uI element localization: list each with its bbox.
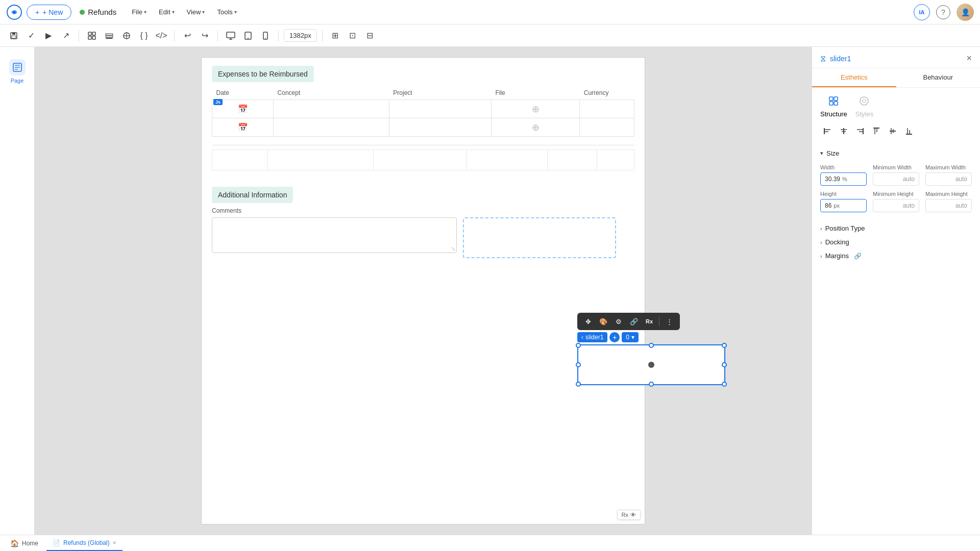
- view-menu[interactable]: View ▾: [182, 5, 210, 19]
- app-logo[interactable]: [6, 4, 22, 20]
- align-center-button[interactable]: [837, 124, 851, 138]
- row2-file[interactable]: ⊕: [491, 118, 579, 137]
- tab-esthetics[interactable]: Esthetics: [812, 68, 896, 87]
- slider-box[interactable]: [577, 344, 725, 385]
- user-avatar[interactable]: 👤: [957, 4, 974, 21]
- margins-section-header[interactable]: › Margins 🔗: [812, 249, 980, 263]
- row1-date[interactable]: Js 📅: [212, 100, 274, 118]
- resize-handle-bl[interactable]: [576, 382, 581, 387]
- calendar-icon-2[interactable]: 📅: [214, 122, 271, 132]
- align-middle-button[interactable]: [886, 124, 900, 138]
- comments-textarea[interactable]: ⤡: [212, 217, 457, 253]
- tools-arrow-icon: ▾: [234, 9, 237, 15]
- rx-tool-button[interactable]: Rx: [643, 315, 656, 328]
- size-section-header[interactable]: ▾ Size: [812, 146, 980, 160]
- fullscreen-button[interactable]: ⊡: [345, 28, 360, 43]
- rx-badge[interactable]: Rx 👁: [617, 510, 641, 520]
- file-upload-icon[interactable]: ⊕: [494, 104, 577, 115]
- slider-add-button[interactable]: +: [609, 332, 620, 342]
- settings-tool-button[interactable]: ⚙: [612, 315, 625, 328]
- mobile-button[interactable]: [258, 28, 273, 43]
- ia-button[interactable]: IA: [914, 4, 930, 20]
- slider-arrow-left[interactable]: ‹: [581, 334, 583, 341]
- resize-handle-bm[interactable]: [649, 382, 654, 387]
- empty-cell-5[interactable]: [547, 150, 597, 170]
- tab-home[interactable]: 🏠 Home: [4, 535, 44, 551]
- html-button[interactable]: </>: [154, 28, 169, 43]
- file-upload-icon-2[interactable]: ⊕: [494, 122, 577, 133]
- position-type-section-header[interactable]: › Position Type: [812, 221, 980, 235]
- width-input[interactable]: 30.39 %: [820, 172, 867, 186]
- edit-menu[interactable]: Edit ▾: [154, 5, 179, 19]
- max-width-input[interactable]: auto: [925, 172, 972, 186]
- tab-refunds-global[interactable]: 📄 Refunds (Global) ×: [46, 535, 122, 551]
- calendar-icon[interactable]: 📅: [214, 104, 271, 114]
- subtab-structure[interactable]: Structure: [820, 94, 847, 118]
- empty-cell-1[interactable]: [212, 150, 268, 170]
- row2-currency[interactable]: [580, 118, 634, 137]
- max-height-label: Maximum Height: [925, 191, 972, 197]
- tools-menu[interactable]: Tools ▾: [212, 5, 241, 19]
- height-input[interactable]: 86 px: [820, 199, 867, 212]
- code-button[interactable]: { }: [136, 28, 152, 43]
- variables-button[interactable]: [119, 28, 134, 43]
- more-options-button[interactable]: ⋮: [663, 315, 676, 328]
- desktop-button[interactable]: [223, 28, 238, 43]
- max-height-input[interactable]: auto: [925, 199, 972, 212]
- panel-tabs: Esthetics Behaviour: [812, 68, 980, 88]
- new-button[interactable]: + + New: [27, 5, 71, 20]
- row2-date[interactable]: 📅: [212, 118, 274, 137]
- align-right-button[interactable]: [853, 124, 867, 138]
- fit-button[interactable]: ⊞: [328, 28, 343, 43]
- slider-value-dropdown[interactable]: 0 ▾: [622, 332, 639, 342]
- save-button[interactable]: [6, 28, 21, 43]
- docking-section-header[interactable]: › Docking: [812, 235, 980, 249]
- align-bottom-button[interactable]: [902, 124, 916, 138]
- tab-close-button[interactable]: ×: [113, 539, 116, 546]
- align-left-button[interactable]: [820, 124, 835, 138]
- comments-area: ⤡: [212, 217, 634, 258]
- row2-concept[interactable]: [274, 118, 389, 137]
- tablet-button[interactable]: [240, 28, 256, 43]
- resize-handle-tr[interactable]: [722, 343, 727, 348]
- check-button[interactable]: ✓: [23, 28, 39, 43]
- layers-button[interactable]: [102, 28, 117, 43]
- row1-project[interactable]: [389, 100, 491, 118]
- resize-handle-tm[interactable]: [649, 343, 654, 348]
- file-menu[interactable]: File ▾: [127, 5, 152, 19]
- row2-project[interactable]: [389, 118, 491, 137]
- empty-cell-4[interactable]: [467, 150, 547, 170]
- subtab-styles[interactable]: Styles: [855, 94, 873, 118]
- align-top-button[interactable]: [869, 124, 884, 138]
- row1-file[interactable]: ⊕: [491, 100, 579, 118]
- size-section-title: Size: [826, 149, 839, 157]
- empty-cell-2[interactable]: [268, 150, 374, 170]
- resize-handle-ml[interactable]: [576, 362, 581, 367]
- tab-behaviour[interactable]: Behaviour: [896, 68, 981, 87]
- resize-handle-br[interactable]: [722, 382, 727, 387]
- move-tool-button[interactable]: ✥: [581, 315, 595, 328]
- empty-cell-6[interactable]: [597, 150, 634, 170]
- redo-button[interactable]: ↪: [197, 28, 212, 43]
- play-button[interactable]: ▶: [41, 28, 56, 43]
- row1-concept[interactable]: [274, 100, 389, 118]
- row1-currency[interactable]: [580, 100, 634, 118]
- link-tool-button[interactable]: 🔗: [627, 315, 641, 328]
- sidebar-item-page[interactable]: Page: [5, 55, 30, 88]
- export-button[interactable]: ↗: [58, 28, 74, 43]
- empty-cell-3[interactable]: [374, 150, 467, 170]
- view-arrow-icon: ▾: [202, 9, 205, 15]
- resize-handle-tl[interactable]: [576, 343, 581, 348]
- canvas-area: Expenses to be Reimbursed Date Concept P…: [35, 47, 812, 535]
- alignment-row: [812, 120, 980, 142]
- panel-close-button[interactable]: ×: [966, 53, 972, 64]
- resize-handle-mr[interactable]: [722, 362, 727, 367]
- undo-button[interactable]: ↩: [180, 28, 195, 43]
- help-button[interactable]: ?: [936, 5, 950, 19]
- components-button[interactable]: [84, 28, 100, 43]
- grid-button[interactable]: ⊟: [362, 28, 378, 43]
- canvas-scroll[interactable]: Expenses to be Reimbursed Date Concept P…: [35, 47, 812, 535]
- color-tool-button[interactable]: 🎨: [597, 315, 610, 328]
- min-height-input[interactable]: auto: [873, 199, 919, 212]
- min-width-input[interactable]: auto: [873, 172, 919, 186]
